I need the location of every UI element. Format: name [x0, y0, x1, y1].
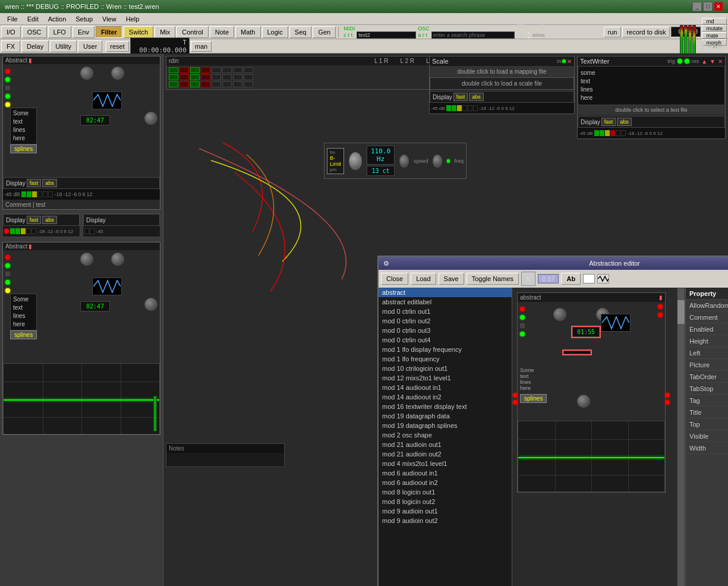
scale-abs-btn[interactable]: abs [469, 93, 484, 101]
mb-1-3[interactable] [190, 67, 200, 73]
ae-color-swatch[interactable] [583, 274, 595, 283]
blimit-knob-1[interactable] [349, 152, 361, 170]
tb-math[interactable]: Math [235, 26, 260, 38]
ae-load-btn[interactable]: Load [411, 273, 436, 285]
ae-vscroll[interactable] [677, 288, 685, 586]
menu-view[interactable]: View [97, 13, 121, 24]
knob-1-3[interactable] [144, 112, 157, 125]
mb-3-1[interactable] [169, 81, 178, 87]
knob-1-2[interactable] [111, 67, 124, 80]
tb-switch[interactable]: Switch [124, 26, 153, 38]
mb-3-4[interactable] [201, 81, 210, 87]
tw-x[interactable]: ✕ [718, 58, 723, 65]
mb-2-5[interactable] [212, 74, 221, 80]
splines-btn-2[interactable]: splines [10, 330, 37, 339]
ae-list-item-11[interactable]: mod 14 audioout in2 [379, 392, 512, 402]
tb-note[interactable]: Note [210, 26, 234, 38]
ae-list-item-23[interactable]: mod 9 audioin out1 [379, 506, 512, 516]
tb-filter[interactable]: Filter [96, 26, 122, 38]
ae-list-item-16[interactable]: mod 21 audioin out1 [379, 440, 512, 449]
ae-list-item-17[interactable]: mod 21 audioin out2 [379, 449, 512, 459]
wire-up[interactable]: ▲ [527, 30, 531, 35]
tb-gen[interactable]: Gen [313, 26, 336, 38]
abs-btn-1[interactable]: abs [42, 179, 57, 187]
mb-3-7[interactable] [233, 81, 242, 87]
reset-btn[interactable]: reset [106, 41, 128, 52]
abs-btn-2[interactable]: abs [42, 216, 57, 224]
mb-2-2[interactable] [179, 74, 189, 80]
tb-fx[interactable]: FX [1, 40, 20, 52]
minimize-btn[interactable]: _ [692, 2, 702, 11]
mb-1-6[interactable] [222, 67, 232, 73]
mb-1-4[interactable] [201, 67, 210, 73]
patch-name-input[interactable] [357, 31, 416, 39]
ae-splines-btn[interactable]: splines [520, 394, 547, 403]
scale-scale-label[interactable]: double click to load a scale file [430, 77, 574, 90]
ae-save-btn[interactable]: Save [439, 273, 464, 285]
tb-lfo[interactable]: LFO [48, 26, 71, 38]
wire-down[interactable]: ▼ [527, 35, 531, 40]
fast-btn-1[interactable]: fast [27, 179, 42, 187]
ae-ab-btn[interactable]: Ab [561, 273, 581, 285]
ae-toggle-names-btn[interactable]: Toggle Names [467, 273, 519, 285]
window-controls[interactable]: _ □ ✕ [692, 2, 723, 11]
ae-list-item-5[interactable]: mod 0 ctrlin out4 [379, 335, 512, 345]
rnd-btn[interactable]: rnd [702, 18, 727, 24]
tb-control[interactable]: Control [177, 26, 208, 38]
tb-mix[interactable]: Mix [155, 26, 175, 38]
ae-list-item-20[interactable]: mod 6 audioout in2 [379, 478, 512, 487]
menu-action[interactable]: Action [43, 13, 71, 24]
ae-list-item-13[interactable]: mod 19 datagraph data [379, 411, 512, 421]
wire-arrows[interactable]: ▲ ▼ [527, 30, 531, 40]
tb-osc[interactable]: OSC [22, 26, 47, 38]
menu-edit[interactable]: Edit [23, 13, 43, 24]
ae-preview-close[interactable]: ▮ [659, 294, 663, 301]
menu-setup[interactable]: Setup [71, 13, 97, 24]
scale-fast-btn[interactable]: fast [453, 93, 468, 101]
tw-expand[interactable]: ▼ [710, 58, 716, 65]
tb-env[interactable]: Env [73, 26, 94, 38]
run-btn[interactable]: run [604, 27, 622, 37]
tb-delay[interactable]: Delay [21, 40, 49, 52]
abstract-close-2[interactable]: ▮ [29, 243, 32, 250]
mb-1-8[interactable] [244, 67, 253, 73]
ae-list-item-8[interactable]: mod 10 ctrilogicin out1 [379, 364, 512, 373]
ae-list-item-3[interactable]: mod 0 ctrlin out2 [379, 316, 512, 326]
ae-list-item-14[interactable]: mod 19 datagraph splines [379, 421, 512, 430]
mb-3-8[interactable] [244, 81, 253, 87]
tb-io[interactable]: I/O [1, 26, 21, 38]
mb-3-6[interactable] [222, 81, 232, 87]
fast-btn-2[interactable]: fast [27, 216, 42, 224]
ae-list-item-9[interactable]: mod 12 mixs2to1 level1 [379, 373, 512, 383]
ae-close-btn[interactable]: Close [381, 273, 408, 285]
knob-1-1[interactable] [80, 67, 93, 80]
ae-list-item-6[interactable]: mod 1 lfo display frequency [379, 345, 512, 354]
search-input[interactable] [431, 31, 515, 39]
ae-list-item-19[interactable]: mod 6 audioout in1 [379, 468, 512, 478]
ae-cursor-tool[interactable]: ↖ [521, 272, 535, 286]
blimit-knob-2[interactable] [399, 155, 409, 168]
mb-2-7[interactable] [233, 74, 242, 80]
mb-3-5[interactable] [212, 81, 221, 87]
splines-btn-1[interactable]: splines [10, 144, 37, 153]
mb-3-3[interactable] [190, 81, 200, 87]
tw-dblclick-label[interactable]: double click to select a text file [578, 105, 725, 115]
tb-logic[interactable]: Logic [262, 26, 288, 38]
man-btn[interactable]: man [191, 41, 212, 52]
abstract-close-1[interactable]: ▮ [29, 57, 32, 64]
mb-2-8[interactable] [244, 74, 253, 80]
ae-vscroll-thumb[interactable] [677, 300, 685, 324]
ae-knob-1[interactable] [553, 308, 566, 321]
tw-abs-btn[interactable]: abs [617, 118, 632, 126]
mb-2-1[interactable] [169, 74, 178, 80]
mb-1-2[interactable] [179, 67, 189, 73]
mb-2-4[interactable] [201, 74, 210, 80]
ae-list[interactable]: abstract abstract editlabel mod 0 ctrlin… [379, 288, 512, 586]
ae-list-item-24[interactable]: mod 9 audioin out2 [379, 516, 512, 525]
blimit-knob-3[interactable] [433, 155, 442, 168]
mb-2-3[interactable] [190, 74, 200, 80]
ae-list-item-18[interactable]: mod 4 mixs2to1 level1 [379, 459, 512, 468]
ae-wave-btn[interactable] [597, 274, 609, 283]
scale-close[interactable]: ✕ [567, 58, 572, 65]
mb-1-1[interactable] [169, 67, 178, 73]
